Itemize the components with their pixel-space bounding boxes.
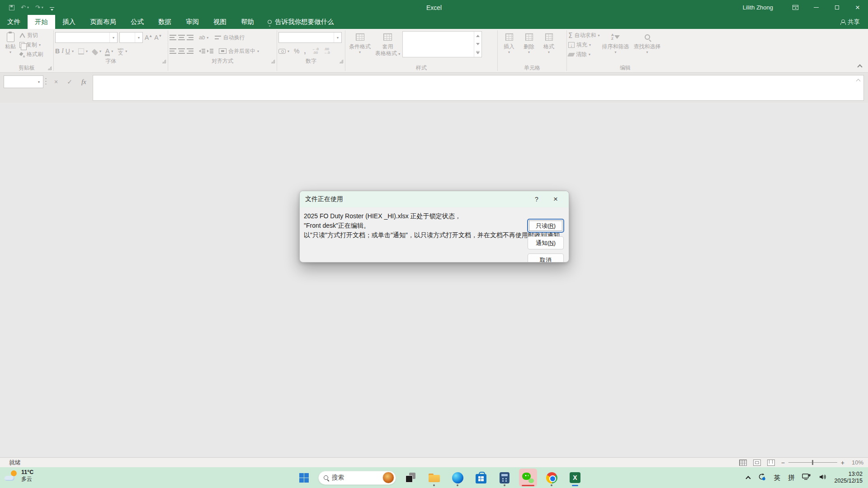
page-layout-view-button[interactable] bbox=[753, 460, 761, 466]
bottom-align-button[interactable] bbox=[187, 35, 193, 40]
customize-qat-button[interactable] bbox=[50, 7, 54, 8]
tell-me-box[interactable]: 告诉我你想要做什么 bbox=[261, 15, 340, 29]
bold-button[interactable]: B bbox=[55, 47, 60, 55]
conditional-formatting-button[interactable]: 条件格式▾ bbox=[347, 29, 373, 54]
minimize-button[interactable] bbox=[806, 0, 826, 15]
page-break-preview-button[interactable] bbox=[767, 460, 775, 466]
orientation-button[interactable]: ab bbox=[199, 34, 205, 41]
fill-color-button[interactable] bbox=[92, 49, 99, 56]
start-button[interactable] bbox=[295, 469, 313, 487]
dialog-close-button[interactable]: × bbox=[548, 195, 563, 204]
insert-cells-button[interactable]: 插入▾ bbox=[499, 29, 519, 54]
cancel-button[interactable]: 取消 bbox=[528, 253, 564, 263]
tab-insert[interactable]: 插入 bbox=[55, 15, 83, 29]
grow-font-button[interactable]: A▲ bbox=[145, 34, 152, 41]
copy-button[interactable]: 复制▾ bbox=[19, 40, 43, 50]
format-cells-button[interactable]: 格式▾ bbox=[539, 29, 559, 54]
ribbon-display-options-button[interactable] bbox=[785, 0, 806, 15]
zoom-slider[interactable] bbox=[788, 462, 837, 463]
volume-tray-icon[interactable] bbox=[819, 474, 826, 482]
excel-taskbar-button[interactable]: X bbox=[566, 469, 584, 487]
tab-help[interactable]: 帮助 bbox=[234, 15, 261, 29]
cut-button[interactable]: 剪切 bbox=[19, 31, 43, 40]
network-tray-icon[interactable] bbox=[802, 473, 811, 482]
clipboard-dialog-launcher[interactable] bbox=[48, 66, 52, 70]
dialog-help-button[interactable]: ? bbox=[529, 196, 544, 203]
delete-cells-button[interactable]: 删除▾ bbox=[519, 29, 539, 54]
cell-styles-gallery[interactable] bbox=[402, 31, 482, 57]
user-name[interactable]: Lilith Zhong bbox=[743, 4, 773, 11]
tab-home[interactable]: 开始 bbox=[28, 15, 55, 29]
font-color-button[interactable]: A bbox=[105, 48, 109, 54]
share-button[interactable]: 共享 bbox=[840, 15, 868, 29]
taskbar-search-box[interactable]: 搜索 bbox=[318, 471, 396, 485]
format-painter-button[interactable]: 格式刷 bbox=[19, 50, 43, 59]
expand-formula-bar-icon[interactable] bbox=[856, 79, 861, 84]
paste-button[interactable]: 粘贴▾ bbox=[1, 29, 19, 54]
wechat-button[interactable] bbox=[519, 469, 537, 487]
weather-widget[interactable]: 11°C 多云 bbox=[5, 469, 33, 483]
tab-review[interactable]: 审阅 bbox=[179, 15, 206, 29]
align-center-button[interactable] bbox=[178, 48, 185, 54]
gallery-scrollbar[interactable] bbox=[474, 32, 481, 57]
zoom-level[interactable]: 10% bbox=[848, 459, 863, 466]
increase-decimal-button[interactable]: ←.0.00 bbox=[312, 47, 319, 55]
chrome-button[interactable] bbox=[542, 469, 561, 487]
autosum-button[interactable]: Σ自动求和▾ bbox=[568, 31, 600, 40]
calculator-button[interactable] bbox=[495, 469, 514, 487]
notify-button[interactable]: 通知(N) bbox=[528, 236, 564, 249]
font-name-combobox[interactable]: ▾ bbox=[55, 32, 118, 43]
ime-mode-indicator[interactable]: 拼 bbox=[788, 474, 795, 482]
wrap-text-button[interactable]: 自动换行 bbox=[215, 33, 245, 42]
gallery-scroll-down-icon[interactable] bbox=[476, 43, 480, 45]
italic-button[interactable]: I bbox=[61, 47, 64, 55]
merge-center-button[interactable]: 合并后居中▾ bbox=[219, 47, 259, 56]
number-format-combobox[interactable]: ▾ bbox=[278, 32, 342, 43]
name-box-resizer[interactable] bbox=[45, 77, 47, 86]
tab-file[interactable]: 文件 bbox=[0, 15, 28, 29]
enter-entry-button[interactable]: ✓ bbox=[67, 78, 72, 85]
redo-button[interactable]: ↷▾ bbox=[35, 5, 43, 10]
read-only-button[interactable]: 只读(R) bbox=[528, 219, 564, 232]
edge-button[interactable] bbox=[448, 469, 467, 487]
format-as-table-button[interactable]: 套用 表格格式 ▾ bbox=[373, 29, 402, 57]
zoom-out-button[interactable]: − bbox=[781, 459, 785, 466]
alignment-dialog-launcher[interactable] bbox=[271, 60, 275, 63]
font-dialog-launcher[interactable] bbox=[162, 60, 166, 63]
underline-button[interactable]: U bbox=[66, 47, 70, 55]
gallery-more-icon[interactable] bbox=[476, 51, 480, 54]
align-left-button[interactable] bbox=[170, 48, 176, 54]
hidden-icons-chevron[interactable] bbox=[746, 476, 751, 481]
undo-button[interactable]: ↶▾ bbox=[21, 5, 29, 10]
tab-page-layout[interactable]: 页面布局 bbox=[83, 15, 123, 29]
tab-formulas[interactable]: 公式 bbox=[123, 15, 151, 29]
find-select-button[interactable]: 查找和选择▾ bbox=[632, 29, 663, 54]
decrease-decimal-button[interactable]: .00→.0 bbox=[323, 47, 330, 55]
insert-function-button[interactable]: fx bbox=[81, 78, 86, 86]
name-box[interactable]: ▾ bbox=[4, 75, 43, 88]
name-box-dropdown-icon[interactable]: ▾ bbox=[35, 76, 43, 88]
accounting-format-button[interactable] bbox=[278, 49, 286, 54]
search-highlight-image[interactable] bbox=[382, 472, 394, 483]
font-size-combobox[interactable]: ▾ bbox=[119, 32, 143, 43]
borders-dropdown[interactable]: ▾ bbox=[86, 49, 88, 53]
gallery-scroll-up-icon[interactable] bbox=[476, 35, 480, 37]
fill-button[interactable]: ↓填充▾ bbox=[568, 40, 600, 50]
middle-align-button[interactable] bbox=[178, 35, 185, 40]
cancel-entry-button[interactable]: × bbox=[54, 78, 58, 85]
close-button[interactable]: × bbox=[847, 0, 868, 15]
microsoft-store-button[interactable] bbox=[472, 469, 490, 487]
sync-tray-icon[interactable] bbox=[758, 473, 766, 483]
font-color-dropdown[interactable]: ▾ bbox=[111, 49, 113, 53]
normal-view-button[interactable] bbox=[739, 460, 747, 466]
number-dialog-launcher[interactable] bbox=[340, 60, 343, 63]
task-view-button[interactable] bbox=[401, 469, 420, 487]
zoom-in-button[interactable]: + bbox=[841, 459, 844, 466]
increase-indent-button[interactable] bbox=[207, 49, 213, 54]
tab-view[interactable]: 视图 bbox=[206, 15, 234, 29]
taskbar-clock[interactable]: 13:02 2025/12/15 bbox=[834, 471, 863, 484]
borders-button[interactable] bbox=[78, 48, 84, 54]
formula-bar-input[interactable] bbox=[93, 75, 864, 101]
orientation-dropdown[interactable]: ▾ bbox=[207, 36, 208, 40]
phonetic-dropdown[interactable]: ▾ bbox=[125, 49, 127, 53]
